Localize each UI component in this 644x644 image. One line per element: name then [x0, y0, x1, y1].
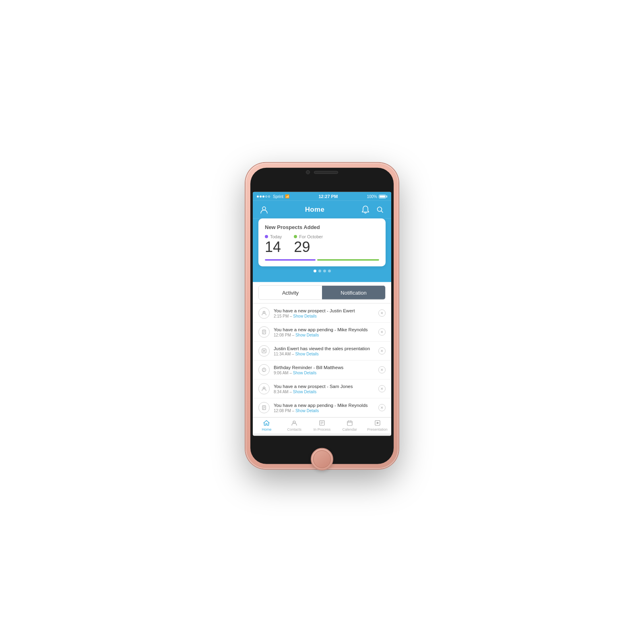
- svg-point-12: [264, 370, 264, 371]
- doc-icon: [258, 402, 270, 413]
- show-details-link[interactable]: Show Details: [295, 333, 319, 337]
- tab-home[interactable]: Home: [253, 418, 281, 433]
- activity-title: You have a new prospect - Sam Jones: [274, 383, 374, 389]
- home-tab-label: Home: [262, 427, 271, 431]
- nav-header: Home: [253, 201, 391, 219]
- battery-icon: [379, 194, 387, 198]
- dot-3[interactable]: [323, 270, 326, 272]
- contacts-tab-label: Contacts: [287, 427, 301, 431]
- close-button[interactable]: ✕: [378, 328, 386, 336]
- alert-icon: [258, 364, 270, 376]
- activity-content: You have a new app pending - Mike Reynol…: [274, 402, 374, 413]
- today-stat: Today 14: [265, 234, 282, 254]
- show-details-link[interactable]: Show Details: [293, 314, 316, 318]
- svg-rect-23: [347, 421, 352, 425]
- activity-content: You have a new prospect - Sam Jones 8:34…: [274, 383, 374, 394]
- progress-bars: [265, 259, 379, 261]
- activity-title: You have a new app pending - Mike Reynol…: [274, 402, 374, 408]
- search-icon[interactable]: [374, 204, 386, 215]
- presentation-tab-icon: [375, 420, 380, 426]
- show-details-link[interactable]: Show Details: [293, 371, 316, 375]
- dot-1[interactable]: [314, 270, 316, 272]
- october-dot: [294, 235, 297, 238]
- activity-title: You have a new app pending - Mike Reynol…: [274, 326, 374, 332]
- today-dot: [265, 235, 268, 238]
- activity-meta: 12:08 PM – Show Details: [274, 333, 374, 337]
- in-process-tab-label: In Process: [314, 427, 331, 431]
- close-button[interactable]: ✕: [378, 366, 386, 374]
- speaker-grille: [314, 171, 338, 173]
- close-button[interactable]: ✕: [378, 347, 386, 355]
- home-button[interactable]: [311, 448, 333, 471]
- profile-icon[interactable]: [258, 204, 270, 215]
- card-stats: Today 14 For October 29: [265, 234, 379, 254]
- today-value: 14: [265, 240, 282, 254]
- bottom-tab-bar: Home Contacts: [253, 417, 391, 433]
- prospects-card: New Prospects Added Today 14: [258, 219, 386, 266]
- activity-list: You have a new prospect - Justin Ewert 2…: [253, 304, 391, 417]
- show-details-link[interactable]: Show Details: [295, 352, 318, 356]
- list-item: You have a new app pending - Mike Reynol…: [253, 323, 391, 342]
- progress-bar-october: [317, 259, 379, 261]
- segment-tabs: Activity Notification: [258, 285, 386, 300]
- october-stat: For October 29: [294, 234, 323, 254]
- play-icon: [258, 345, 270, 357]
- phone-inner: Sprint 📶 12:27 PM 100%: [250, 168, 394, 464]
- doc-icon: [258, 326, 270, 338]
- dot-2[interactable]: [318, 270, 321, 272]
- status-left: Sprint 📶: [257, 194, 289, 198]
- battery-percent: 100%: [367, 194, 377, 198]
- page-title: Home: [305, 206, 324, 214]
- activity-title: Justin Ewert has viewed the sales presen…: [274, 345, 374, 351]
- signal-dots: [257, 195, 270, 197]
- close-button[interactable]: ✕: [378, 385, 386, 392]
- tab-presentation[interactable]: Presentation: [363, 418, 391, 433]
- blue-section: New Prospects Added Today 14: [253, 219, 391, 282]
- screen: Sprint 📶 12:27 PM 100%: [253, 192, 391, 436]
- activity-title: Birthday Reminder - Bill Matthews: [274, 364, 374, 370]
- dot-4[interactable]: [328, 270, 331, 272]
- list-item: You have a new app pending - Mike Reynol…: [253, 398, 391, 417]
- activity-title: You have a new prospect - Justin Ewert: [274, 308, 374, 314]
- tab-in-process[interactable]: In Process: [308, 418, 336, 433]
- scene: Sprint 📶 12:27 PM 100%: [0, 0, 644, 644]
- show-details-link[interactable]: Show Details: [293, 390, 316, 394]
- activity-meta: 11:34 AM – Show Details: [274, 352, 374, 356]
- carrier-label: Sprint: [273, 194, 283, 198]
- tab-activity[interactable]: Activity: [259, 286, 322, 299]
- october-value: 29: [294, 240, 323, 254]
- activity-content: You have a new app pending - Mike Reynol…: [274, 326, 374, 337]
- person-icon: [258, 383, 270, 394]
- svg-point-0: [262, 207, 266, 210]
- phone-top-bar: [306, 170, 338, 174]
- home-button-inner: [313, 450, 331, 468]
- tab-calendar[interactable]: Calendar: [336, 418, 363, 433]
- wifi-icon: 📶: [285, 194, 289, 198]
- status-right: 100%: [367, 194, 387, 198]
- status-bar: Sprint 📶 12:27 PM 100%: [253, 192, 391, 201]
- calendar-tab-label: Calendar: [343, 427, 357, 431]
- tab-contacts[interactable]: Contacts: [281, 418, 308, 433]
- status-time: 12:27 PM: [318, 194, 338, 199]
- activity-content: Justin Ewert has viewed the sales presen…: [274, 345, 374, 356]
- progress-bar-today: [265, 259, 316, 261]
- in-process-tab-icon: [319, 420, 325, 426]
- show-details-link[interactable]: Show Details: [295, 409, 319, 413]
- tab-notification[interactable]: Notification: [322, 286, 385, 299]
- person-icon: [258, 308, 270, 319]
- bell-icon[interactable]: [360, 204, 371, 215]
- svg-marker-28: [377, 421, 379, 424]
- close-button[interactable]: ✕: [378, 310, 386, 317]
- calendar-tab-icon: [347, 420, 353, 426]
- list-item: You have a new prospect - Sam Jones 8:34…: [253, 380, 391, 398]
- activity-content: You have a new prospect - Justin Ewert 2…: [274, 308, 374, 318]
- activity-meta: 2:15 PM – Show Details: [274, 314, 374, 318]
- list-item: Justin Ewert has viewed the sales presen…: [253, 342, 391, 361]
- nav-right-icons: [360, 204, 386, 215]
- activity-meta: 8:34 AM – Show Details: [274, 390, 374, 394]
- close-button[interactable]: ✕: [378, 404, 386, 411]
- svg-line-2: [381, 211, 383, 213]
- dots-indicator: [258, 266, 386, 274]
- list-item: Birthday Reminder - Bill Matthews 9:06 A…: [253, 361, 391, 380]
- contacts-tab-icon: [291, 420, 297, 426]
